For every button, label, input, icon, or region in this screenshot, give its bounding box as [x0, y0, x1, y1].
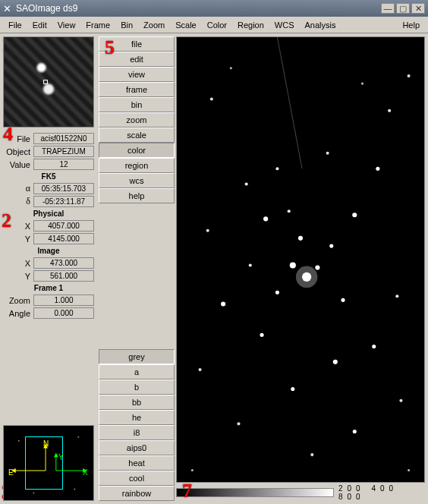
frame-header: Frame 1 — [3, 282, 94, 294]
vbtn-frame[interactable]: frame — [99, 82, 175, 97]
angle-label: Angle — [3, 309, 33, 318]
compass-y-label: Y — [58, 453, 64, 461]
vbtn-color[interactable]: color — [99, 143, 175, 158]
svg-point-31 — [395, 295, 398, 298]
vbtn-edit[interactable]: edit — [99, 52, 175, 67]
color-btn-aips0[interactable]: aips0 — [99, 440, 175, 455]
img-x-value: 473.000 — [33, 257, 94, 269]
color-btn-he[interactable]: he — [99, 410, 175, 425]
menu-bin[interactable]: Bin — [115, 20, 138, 30]
svg-point-38 — [206, 229, 209, 232]
image-view[interactable] — [176, 36, 425, 483]
zoom-value: 1.000 — [33, 295, 94, 306]
vbtn-bin[interactable]: bin — [99, 97, 175, 112]
color-btn-b[interactable]: b — [99, 380, 175, 395]
vbtn-help[interactable]: help — [99, 188, 175, 203]
svg-point-25 — [210, 97, 213, 100]
svg-point-35 — [199, 368, 202, 371]
svg-point-29 — [333, 360, 338, 364]
value-label: Value — [3, 160, 33, 169]
menu-view[interactable]: View — [52, 20, 81, 30]
cursor-box-icon — [43, 80, 48, 84]
titlebar: ✕ SAOImage ds9 — ▢ ✕ — [0, 0, 428, 17]
svg-point-44 — [310, 453, 313, 456]
menu-region[interactable]: Region — [232, 20, 269, 30]
color-btn-grey[interactable]: grey — [99, 349, 175, 364]
svg-point-9 — [74, 489, 75, 490]
svg-point-8 — [18, 440, 20, 442]
menu-wcs[interactable]: WCS — [269, 20, 300, 30]
color-btn-bb[interactable]: bb — [99, 395, 175, 410]
file-value: acisf01522N0 — [33, 133, 94, 144]
vbtn-scale[interactable]: scale — [99, 128, 175, 143]
svg-point-36 — [399, 399, 402, 402]
app-icon: ✕ — [3, 3, 11, 14]
angle-value: 0.000 — [33, 307, 94, 319]
menu-analysis[interactable]: Analysis — [300, 20, 341, 30]
close-button[interactable]: ✕ — [411, 3, 425, 14]
menu-zoom[interactable]: Zoom — [138, 20, 170, 30]
menu-scale[interactable]: Scale — [170, 20, 202, 30]
alpha-label: α — [3, 183, 33, 194]
svg-rect-12 — [177, 37, 424, 483]
magnifier-panel[interactable] — [3, 36, 94, 128]
svg-point-30 — [372, 345, 376, 348]
svg-point-15 — [302, 272, 311, 282]
img-y-label: Y — [3, 272, 33, 281]
phys-x-label: X — [3, 222, 33, 231]
starfield-icon — [177, 37, 424, 483]
alpha-value: 05:35:15.703 — [33, 183, 94, 194]
svg-point-33 — [237, 422, 240, 425]
menu-help[interactable]: Help — [397, 20, 425, 30]
color-btn-a[interactable]: a — [99, 364, 175, 380]
menubar: File Edit View Frame Bin Zoom Scale Colo… — [0, 17, 428, 33]
vbtn-region[interactable]: region — [99, 158, 175, 173]
vbtn-view[interactable]: view — [99, 67, 175, 82]
file-label: File — [3, 134, 33, 143]
img-x-label: X — [3, 259, 33, 268]
compass-n-label: N — [43, 439, 49, 448]
zoom-label: Zoom — [3, 296, 33, 305]
img-y-value: 561.000 — [33, 270, 94, 282]
delta-value: -05:23:11.87 — [33, 196, 94, 207]
menu-edit[interactable]: Edit — [27, 20, 52, 30]
svg-point-10 — [77, 436, 79, 438]
maximize-button[interactable]: ▢ — [396, 3, 410, 14]
minimize-button[interactable]: — — [381, 3, 395, 14]
svg-point-27 — [221, 301, 225, 306]
menu-frame[interactable]: Frame — [80, 20, 115, 30]
vbtn-zoom[interactable]: zoom — [99, 112, 175, 128]
svg-point-41 — [361, 83, 363, 85]
svg-marker-7 — [54, 452, 58, 457]
svg-point-18 — [298, 236, 303, 241]
phys-y-value: 4145.000 — [33, 233, 94, 244]
image-header: Image — [3, 245, 94, 257]
colorbar-ticks: 200 400 800 — [334, 484, 425, 501]
svg-point-46 — [341, 298, 345, 302]
value-value: 12 — [33, 159, 94, 170]
menu-color[interactable]: Color — [202, 20, 232, 30]
phys-y-label: Y — [3, 235, 33, 244]
svg-point-43 — [408, 469, 410, 471]
svg-point-19 — [329, 244, 333, 248]
vbtn-file[interactable]: file — [99, 36, 175, 52]
object-label: Object — [3, 147, 33, 156]
svg-point-22 — [245, 183, 248, 186]
colorbar[interactable] — [176, 488, 334, 497]
vbtn-wcs[interactable]: wcs — [99, 173, 175, 188]
color-btn-i8[interactable]: i8 — [99, 425, 175, 440]
svg-point-28 — [260, 333, 264, 337]
svg-point-24 — [388, 109, 391, 112]
svg-point-21 — [263, 216, 268, 221]
svg-point-45 — [275, 291, 279, 295]
svg-point-17 — [315, 266, 319, 270]
color-btn-heat[interactable]: heat — [99, 455, 175, 471]
svg-point-34 — [353, 430, 357, 433]
svg-point-16 — [290, 262, 296, 268]
menu-file[interactable]: File — [3, 20, 27, 30]
color-btn-cool[interactable]: cool — [99, 471, 175, 486]
panner-panel[interactable]: N E Y X — [3, 425, 94, 501]
svg-point-37 — [275, 167, 279, 170]
color-btn-rainbow[interactable]: rainbow — [99, 486, 175, 501]
svg-point-47 — [288, 209, 291, 213]
